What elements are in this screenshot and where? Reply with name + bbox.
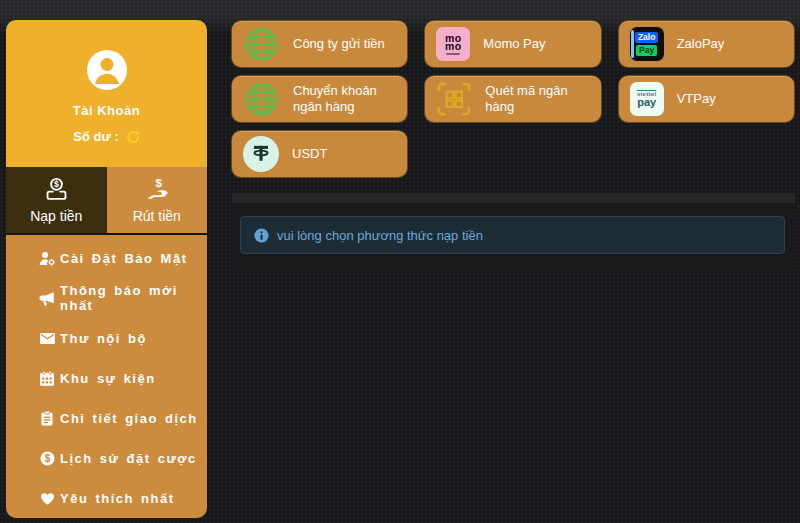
- account-tabs: $ Nạp tiền $ Rút tiền: [6, 167, 207, 235]
- svg-text:$: $: [54, 179, 59, 189]
- menu-label: Thông báo mới nhất: [60, 283, 207, 313]
- sidebar-item-bet-history[interactable]: $ Lịch sử đặt cược: [6, 438, 207, 478]
- momo-logo-icon: mo mo: [436, 27, 470, 61]
- menu-label: Cài Đặt Bảo Mật: [60, 251, 187, 266]
- account-panel: Tài Khoản Số dư :: [6, 20, 207, 167]
- sidebar-item-notifications[interactable]: Thông báo mới nhất: [6, 278, 207, 318]
- avatar: [87, 50, 127, 90]
- zalo-logo-text: Zalo: [635, 32, 658, 43]
- heart-icon: [39, 492, 55, 505]
- pay-method-bank-transfer[interactable]: Chuyển khoản ngân hàng: [231, 75, 408, 123]
- balance-label: Số dư :: [73, 129, 119, 144]
- menu-label: Thư nội bộ: [60, 331, 147, 346]
- pay-method-usdt[interactable]: USDT: [231, 130, 408, 178]
- user-icon: [87, 50, 127, 90]
- payment-method-label: Công ty gửi tiền: [293, 36, 385, 52]
- payment-method-label: USDT: [292, 146, 327, 162]
- page: Tài Khoản Số dư : $: [0, 0, 800, 523]
- payment-method-label: Momo Pay: [483, 36, 545, 52]
- alert-message: vui lòng chọn phương thức nạp tiền: [277, 228, 483, 243]
- sidebar-item-events[interactable]: Khu sự kiện: [6, 358, 207, 398]
- viettel-pay-logo-text: pay: [637, 97, 656, 108]
- zalopay-logo-icon: Zalo Pay: [630, 27, 664, 61]
- tab-withdraw-label: Rút tiền: [133, 208, 181, 224]
- megaphone-icon: [39, 291, 55, 306]
- tab-deposit-label: Nạp tiền: [30, 208, 82, 224]
- menu-label: Yêu thích nhất: [60, 491, 175, 506]
- balance-row: Số dư :: [6, 129, 207, 144]
- svg-text:$: $: [156, 177, 163, 189]
- account-title: Tài Khoản: [6, 103, 207, 118]
- clipboard-icon: [39, 411, 55, 426]
- globe-icon: [243, 26, 280, 63]
- sidebar-menu: Cài Đặt Bảo Mật Thông báo mới nhất: [6, 235, 207, 518]
- tab-withdraw[interactable]: $ Rút tiền: [107, 167, 208, 233]
- payment-methods: Công ty gửi tiền mo mo Momo Pay Zalo Pay…: [231, 20, 795, 178]
- refresh-icon[interactable]: [126, 130, 140, 144]
- menu-label: Lịch sử đặt cược: [60, 451, 197, 466]
- pay-method-company-transfer[interactable]: Công ty gửi tiền: [231, 20, 408, 68]
- info-icon: [254, 228, 269, 243]
- pay-method-vtpay[interactable]: viettel pay VTPay: [618, 75, 795, 123]
- usdt-logo-icon: [243, 136, 279, 172]
- vtpay-logo-icon: viettel pay: [630, 82, 664, 116]
- pay-method-bank-qr[interactable]: Quét mã ngân hàng: [424, 75, 601, 123]
- menu-label: Chi tiết giao dịch: [60, 411, 198, 426]
- payment-method-label: Quét mã ngân hàng: [485, 83, 594, 116]
- dollar-circle-icon: $: [39, 451, 55, 466]
- sidebar-item-security[interactable]: Cài Đặt Bảo Mật: [6, 238, 207, 278]
- globe-icon: [243, 81, 280, 118]
- deposit-icon: $: [44, 177, 69, 202]
- withdraw-icon: $: [144, 177, 169, 202]
- sidebar: Tài Khoản Số dư : $: [6, 20, 207, 518]
- momo-logo-caption: [446, 53, 460, 55]
- user-gear-icon: [39, 251, 55, 266]
- payment-method-label: VTPay: [677, 91, 716, 107]
- sidebar-item-transactions[interactable]: Chi tiết giao dịch: [6, 398, 207, 438]
- qr-icon: [436, 81, 472, 117]
- menu-label: Khu sự kiện: [60, 371, 156, 386]
- pay-method-momo[interactable]: mo mo Momo Pay: [424, 20, 601, 68]
- content-panel: vui lòng chọn phương thức nạp tiền: [232, 193, 795, 273]
- envelope-icon: [39, 333, 55, 344]
- tab-deposit[interactable]: $ Nạp tiền: [6, 167, 107, 233]
- calendar-icon: [39, 371, 55, 386]
- sidebar-item-inbox[interactable]: Thư nội bộ: [6, 318, 207, 358]
- svg-text:$: $: [44, 453, 50, 464]
- payment-method-label: ZaloPay: [677, 36, 725, 52]
- sidebar-item-favorites[interactable]: Yêu thích nhất: [6, 478, 207, 518]
- info-alert: vui lòng chọn phương thức nạp tiền: [240, 216, 785, 254]
- pay-method-zalopay[interactable]: Zalo Pay ZaloPay: [618, 20, 795, 68]
- momo-logo-text: mo: [445, 42, 462, 51]
- payment-method-label: Chuyển khoản ngân hàng: [293, 83, 401, 116]
- zalo-pay-logo-text: Pay: [636, 45, 657, 56]
